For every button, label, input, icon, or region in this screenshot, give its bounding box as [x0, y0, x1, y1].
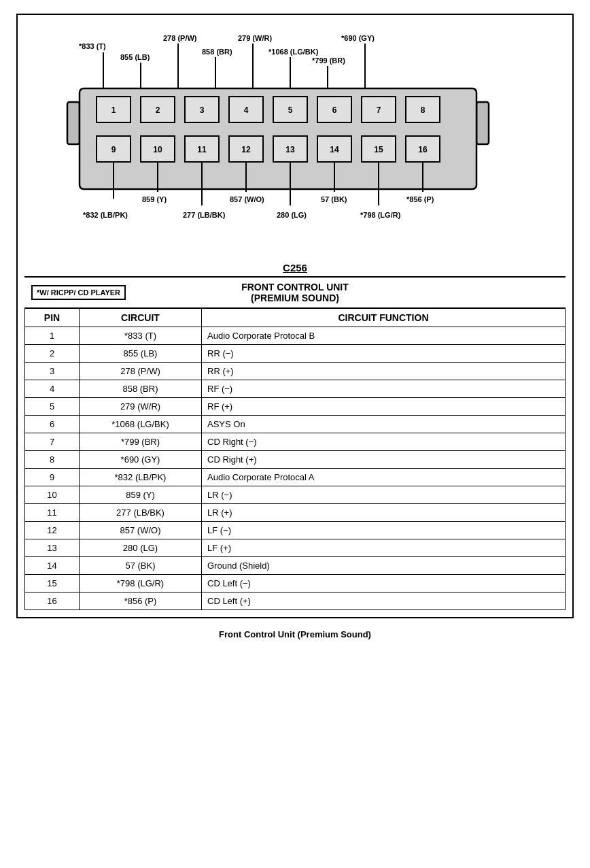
table-row: 13280 (LG)LF (+): [25, 539, 566, 557]
svg-text:277 (LB/BK): 277 (LB/BK): [183, 211, 226, 219]
cell-pin: 15: [25, 575, 80, 592]
cell-circuit: 859 (Y): [80, 486, 202, 504]
table-row: 4858 (BR)RF (−): [25, 380, 566, 398]
cell-pin: 10: [25, 486, 80, 504]
svg-text:857 (W/O): 857 (W/O): [230, 195, 264, 203]
cell-circuit: *1068 (LG/BK): [80, 416, 202, 433]
svg-text:10: 10: [153, 145, 162, 154]
svg-text:278 (P/W): 278 (P/W): [163, 34, 197, 42]
cell-function: LF (+): [202, 539, 566, 557]
cell-pin: 4: [25, 380, 80, 398]
cell-function: ASYS On: [202, 416, 566, 433]
cell-circuit: *833 (T): [80, 327, 202, 345]
cell-function: RR (+): [202, 363, 566, 380]
svg-text:11: 11: [197, 145, 207, 154]
cell-function: Ground (Shield): [202, 557, 566, 575]
col-header-function: CIRCUIT FUNCTION: [202, 308, 566, 327]
svg-text:1: 1: [111, 105, 116, 115]
cell-pin: 7: [25, 433, 80, 451]
svg-text:280 (LG): 280 (LG): [277, 211, 307, 219]
svg-text:855 (LB): 855 (LB): [120, 53, 150, 61]
svg-text:6: 6: [332, 105, 337, 115]
cell-pin: 9: [25, 469, 80, 486]
svg-rect-17: [476, 102, 489, 144]
cell-pin: 16: [25, 592, 80, 610]
cell-circuit: 277 (LB/BK): [80, 504, 202, 522]
cell-circuit: *832 (LB/PK): [80, 469, 202, 486]
svg-text:*1068 (LG/BK): *1068 (LG/BK): [268, 48, 319, 56]
cell-pin: 14: [25, 557, 80, 575]
header-title-line2: (PREMIUM SOUND): [241, 293, 349, 303]
cell-function: LR (−): [202, 486, 566, 504]
svg-text:5: 5: [288, 105, 293, 115]
svg-text:8: 8: [421, 105, 426, 115]
cell-pin: 3: [25, 363, 80, 380]
cell-function: RF (−): [202, 380, 566, 398]
cell-pin: 8: [25, 451, 80, 469]
table-row: 16*856 (P)CD Left (+): [25, 592, 566, 610]
table-row: 10859 (Y)LR (−): [25, 486, 566, 504]
table-row: 2855 (LB)RR (−): [25, 345, 566, 363]
svg-text:16: 16: [418, 145, 428, 154]
svg-text:*798 (LG/R): *798 (LG/R): [360, 211, 401, 219]
table-row: 3278 (P/W)RR (+): [25, 363, 566, 380]
svg-text:14: 14: [330, 145, 339, 154]
svg-rect-16: [67, 102, 80, 144]
main-container: *833 (T) 855 (LB) 278 (P/W) 858 (BR) 279…: [16, 14, 574, 618]
svg-text:859 (Y): 859 (Y): [142, 195, 167, 203]
cell-circuit: 57 (BK): [80, 557, 202, 575]
table-row: 11277 (LB/BK)LR (+): [25, 504, 566, 522]
cell-pin: 12: [25, 522, 80, 539]
col-header-pin: PIN: [25, 308, 80, 327]
cell-pin: 1: [25, 327, 80, 345]
svg-text:858 (BR): 858 (BR): [202, 48, 232, 56]
table-row: 9*832 (LB/PK)Audio Corporate Protocal A: [25, 469, 566, 486]
svg-text:7: 7: [377, 105, 381, 115]
cell-pin: 2: [25, 345, 80, 363]
svg-text:3: 3: [200, 105, 205, 115]
svg-text:12: 12: [241, 145, 251, 154]
table-row: 6*1068 (LG/BK)ASYS On: [25, 416, 566, 433]
svg-text:279 (W/R): 279 (W/R): [238, 34, 272, 42]
cell-circuit: *856 (P): [80, 592, 202, 610]
col-header-circuit: CIRCUIT: [80, 308, 202, 327]
table-row: 12857 (W/O)LF (−): [25, 522, 566, 539]
table-row: 1457 (BK)Ground (Shield): [25, 557, 566, 575]
table-row: 5279 (W/R)RF (+): [25, 398, 566, 416]
cell-circuit: *799 (BR): [80, 433, 202, 451]
cell-function: CD Right (−): [202, 433, 566, 451]
table-row: 15*798 (LG/R)CD Left (−): [25, 575, 566, 592]
diagram-area: *833 (T) 855 (LB) 278 (P/W) 858 (BR) 279…: [24, 22, 566, 256]
connector-id: C256: [24, 262, 566, 273]
svg-text:13: 13: [285, 145, 295, 154]
header-title-line1: FRONT CONTROL UNIT: [241, 282, 349, 293]
svg-text:*856 (P): *856 (P): [406, 195, 434, 203]
table-header-row: PIN CIRCUIT CIRCUIT FUNCTION: [25, 308, 566, 327]
cell-function: Audio Corporate Protocal A: [202, 469, 566, 486]
svg-text:9: 9: [111, 145, 116, 154]
cell-pin: 13: [25, 539, 80, 557]
svg-text:2: 2: [156, 105, 160, 115]
table-row: 1*833 (T)Audio Corporate Protocal B: [25, 327, 566, 345]
header-badge: *W/ RICPP/ CD PLAYER: [31, 285, 126, 300]
cell-function: RF (+): [202, 398, 566, 416]
svg-text:15: 15: [374, 145, 383, 154]
cell-function: CD Left (+): [202, 592, 566, 610]
table-row: 7*799 (BR)CD Right (−): [25, 433, 566, 451]
footer-caption: Front Control Unit (Premium Sound): [219, 629, 371, 639]
cell-circuit: *798 (LG/R): [80, 575, 202, 592]
cell-circuit: *690 (GY): [80, 451, 202, 469]
svg-text:4: 4: [244, 105, 249, 115]
cell-circuit: 855 (LB): [80, 345, 202, 363]
cell-circuit: 279 (W/R): [80, 398, 202, 416]
svg-text:*832 (LB/PK): *832 (LB/PK): [83, 211, 128, 219]
cell-function: RR (−): [202, 345, 566, 363]
pin-table: PIN CIRCUIT CIRCUIT FUNCTION 1*833 (T)Au…: [24, 307, 566, 610]
svg-text:*833 (T): *833 (T): [79, 42, 106, 50]
cell-circuit: 280 (LG): [80, 539, 202, 557]
cell-function: LR (+): [202, 504, 566, 522]
header-section: *W/ RICPP/ CD PLAYER FRONT CONTROL UNIT …: [24, 276, 566, 307]
cell-pin: 5: [25, 398, 80, 416]
cell-circuit: 278 (P/W): [80, 363, 202, 380]
cell-circuit: 857 (W/O): [80, 522, 202, 539]
